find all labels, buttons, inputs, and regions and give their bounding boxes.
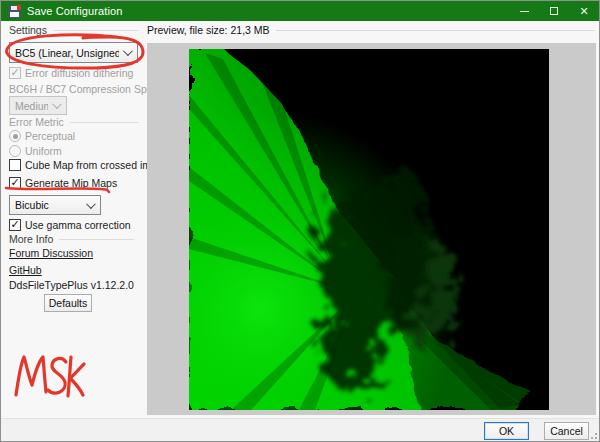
dds-preview-render xyxy=(189,49,549,410)
radio-label: Perceptual xyxy=(25,130,75,142)
preview-panel xyxy=(147,43,596,415)
maximize-icon xyxy=(550,7,558,15)
checkbox-label: Use gamma correction xyxy=(25,219,131,231)
format-dropdown-value: BC5 (Linear, Unsigned) xyxy=(15,47,119,59)
error-metric-group-label: Error Metric xyxy=(9,116,139,128)
radio-label: Uniform xyxy=(25,145,62,157)
compression-speed-value: Medium xyxy=(15,100,48,112)
mip-filter-value: Bicubic xyxy=(15,199,82,211)
radio-circle xyxy=(9,130,21,142)
chevron-down-icon xyxy=(52,99,62,109)
minimize-button[interactable] xyxy=(509,1,539,21)
annotation-initials xyxy=(16,357,84,396)
checkbox-box: ✓ xyxy=(9,67,21,79)
preview-label: Preview, file size: 21,3 MB xyxy=(147,24,595,36)
checkbox-box: ✓ xyxy=(9,177,21,189)
more-info-group-label: More Info xyxy=(9,233,134,245)
defaults-button[interactable]: Defaults xyxy=(44,294,92,312)
forum-discussion-link[interactable]: Forum Discussion xyxy=(9,247,93,259)
plugin-version-label: DdsFileTypePlus v1.12.2.0 xyxy=(9,279,134,291)
checkbox-label: Generate Mip Maps xyxy=(25,177,117,189)
ok-button[interactable]: OK xyxy=(484,422,529,440)
chevron-down-icon xyxy=(86,199,96,209)
resize-grip[interactable] xyxy=(588,430,597,439)
cube-map-checkbox[interactable]: ✓ Cube Map from crossed image xyxy=(9,159,169,171)
settings-group-label: Settings xyxy=(9,24,139,36)
checkbox-label: Error diffusion dithering xyxy=(25,67,133,79)
save-configuration-dialog: Save Configuration ✕ Settings BC5 (Linea… xyxy=(0,0,600,442)
window-title: Save Configuration xyxy=(27,5,122,17)
close-button[interactable]: ✕ xyxy=(569,1,599,21)
checkbox-box: ✓ xyxy=(9,219,21,231)
generate-mip-maps-checkbox[interactable]: ✓ Generate Mip Maps xyxy=(9,177,117,189)
preview-image xyxy=(189,49,549,410)
radio-circle xyxy=(9,145,21,157)
floppy-disk-icon xyxy=(8,5,21,18)
perceptual-radio: Perceptual xyxy=(9,130,75,142)
close-icon: ✕ xyxy=(579,6,588,17)
cancel-button[interactable]: Cancel xyxy=(544,422,589,440)
mip-filter-dropdown[interactable]: Bicubic xyxy=(9,195,101,215)
preview-label-text: Preview, file size: 21,3 MB xyxy=(147,24,270,36)
compression-speed-dropdown: Medium xyxy=(9,96,67,115)
compression-speed-label: BC6H / BC7 Compression Speed xyxy=(9,83,141,95)
minimize-icon xyxy=(520,11,529,12)
error-diffusion-checkbox: ✓ Error diffusion dithering xyxy=(9,67,133,79)
maximize-button[interactable] xyxy=(539,1,569,21)
chevron-down-icon xyxy=(123,46,133,56)
checkbox-box: ✓ xyxy=(9,159,21,171)
uniform-radio: Uniform xyxy=(9,145,62,157)
github-link[interactable]: GitHub xyxy=(9,264,42,276)
gamma-correction-checkbox[interactable]: ✓ Use gamma correction xyxy=(9,219,131,231)
titlebar: Save Configuration ✕ xyxy=(1,1,599,21)
settings-group-text: Settings xyxy=(9,24,47,36)
format-dropdown[interactable]: BC5 (Linear, Unsigned) xyxy=(9,42,138,63)
